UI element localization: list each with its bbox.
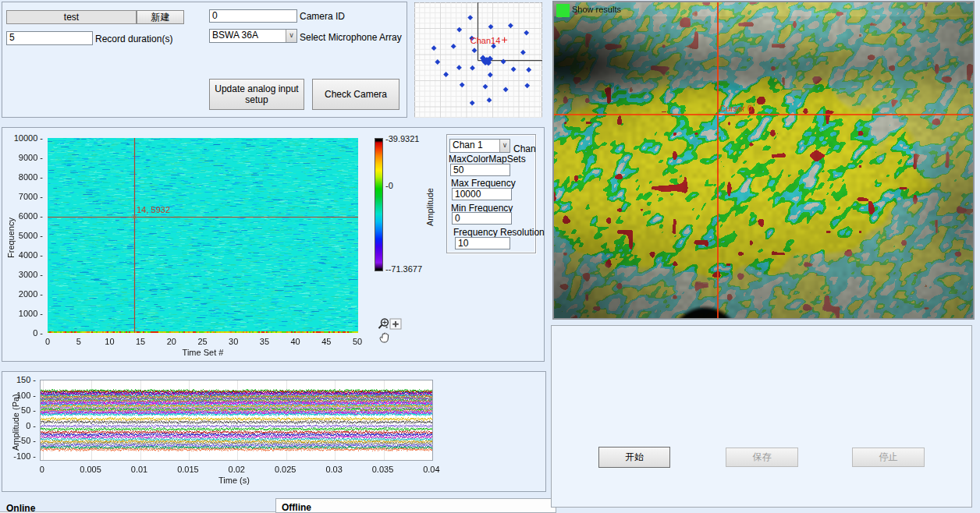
svg-text:Chan14: Chan14 (470, 36, 501, 45)
